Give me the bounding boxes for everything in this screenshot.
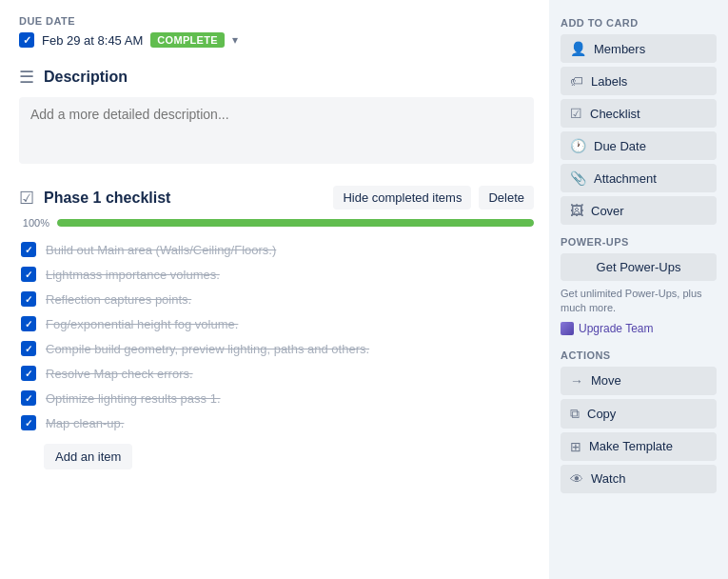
due-date-checkbox[interactable] xyxy=(19,32,34,48)
sidebar-icon-0: 👤 xyxy=(570,41,586,56)
sidebar-icon-3: 🕐 xyxy=(570,138,586,153)
sidebar-label-4: Attachment xyxy=(594,171,657,186)
add-item-button[interactable]: Add an item xyxy=(44,444,132,469)
action-label-0: Move xyxy=(591,373,621,388)
sidebar-icon-4: 📎 xyxy=(570,170,586,186)
action-icon-0: → xyxy=(570,373,583,389)
item-text-4: Compile build geometry, preview lighting… xyxy=(46,342,369,356)
powerups-desc: Get unlimited Power-Ups, plus much more. xyxy=(561,287,717,316)
actions-label: ACTIONS xyxy=(561,349,717,361)
upgrade-icon xyxy=(561,322,574,335)
actions-section: ACTIONS →Move⧉Copy⊞Make Template👁Watch xyxy=(561,349,717,493)
action-make-template-button[interactable]: ⊞Make Template xyxy=(561,432,717,461)
progress-label: 100% xyxy=(19,217,49,229)
checklist-item: Reflection captures points. xyxy=(19,288,534,310)
item-text-3: Fog/exponential height fog volume. xyxy=(46,317,238,331)
power-ups-label: POWER-UPS xyxy=(561,236,717,248)
add-to-card-buttons: 👤Members🏷Labels☑Checklist🕐Due Date📎Attac… xyxy=(561,34,717,225)
delete-button[interactable]: Delete xyxy=(479,186,534,210)
sidebar-icon-1: 🏷 xyxy=(570,73,583,89)
action-label-1: Copy xyxy=(587,407,616,421)
action-icon-3: 👁 xyxy=(570,471,583,487)
item-text-0: Build out Main area (Walls/Ceiling/Floor… xyxy=(46,243,276,257)
checklist-items: Build out Main area (Walls/Ceiling/Floor… xyxy=(19,238,534,434)
action-icon-2: ⊞ xyxy=(570,439,581,454)
item-text-1: Lightmass importance volumes. xyxy=(46,268,220,282)
item-checkbox-7[interactable] xyxy=(21,415,36,430)
item-text-5: Resolve Map check errors. xyxy=(46,367,193,381)
sidebar-label-2: Checklist xyxy=(590,107,640,121)
due-date-text: Feb 29 at 8:45 AM xyxy=(42,33,143,48)
main-panel: DUE DATE Feb 29 at 8:45 AM COMPLETE ▾ ☰ … xyxy=(0,0,549,579)
description-header: ☰ Description xyxy=(19,67,534,88)
progress-row: 100% xyxy=(19,217,534,229)
description-section: ☰ Description xyxy=(19,67,534,167)
progress-bar-bg xyxy=(57,219,534,227)
item-checkbox-4[interactable] xyxy=(21,341,36,356)
item-text-2: Reflection captures points. xyxy=(46,292,191,307)
item-checkbox-0[interactable] xyxy=(21,242,36,257)
description-title: Description xyxy=(44,69,128,86)
item-checkbox-5[interactable] xyxy=(21,366,36,381)
due-date-section: DUE DATE Feb 29 at 8:45 AM COMPLETE ▾ xyxy=(19,15,534,48)
upgrade-team-button[interactable]: Upgrade Team xyxy=(561,322,654,335)
checklist-item: Fog/exponential height fog volume. xyxy=(19,312,534,335)
sidebar-item-due-date[interactable]: 🕐Due Date xyxy=(561,131,717,160)
action-icon-1: ⧉ xyxy=(570,406,580,422)
item-checkbox-6[interactable] xyxy=(21,390,36,406)
due-date-row: Feb 29 at 8:45 AM COMPLETE ▾ xyxy=(19,32,534,48)
checklist-header: ☑ Phase 1 checklist Hide completed items… xyxy=(19,186,534,210)
sidebar-label-0: Members xyxy=(594,42,645,56)
checklist-section: ☑ Phase 1 checklist Hide completed items… xyxy=(19,186,534,469)
upgrade-label: Upgrade Team xyxy=(579,322,654,335)
item-text-6: Optimize lighting results pass 1. xyxy=(46,391,221,406)
sidebar-item-members[interactable]: 👤Members xyxy=(561,34,717,63)
description-icon: ☰ xyxy=(19,67,34,88)
checklist-item: Map clean-up. xyxy=(19,411,534,434)
complete-badge: COMPLETE xyxy=(150,32,225,48)
sidebar-item-checklist[interactable]: ☑Checklist xyxy=(561,99,717,128)
checklist-item: Build out Main area (Walls/Ceiling/Floor… xyxy=(19,238,534,261)
sidebar-label-5: Cover xyxy=(591,204,624,218)
action-copy-button[interactable]: ⧉Copy xyxy=(561,399,717,429)
sidebar-item-cover[interactable]: 🖼Cover xyxy=(561,196,717,225)
get-powerups-button[interactable]: Get Power-Ups xyxy=(561,253,717,281)
action-watch-button[interactable]: 👁Watch xyxy=(561,465,717,493)
sidebar-icon-2: ☑ xyxy=(570,106,582,121)
description-input[interactable] xyxy=(19,97,534,164)
power-ups-section: POWER-UPS Get Power-Ups Get unlimited Po… xyxy=(561,236,717,338)
hide-completed-button[interactable]: Hide completed items xyxy=(333,186,471,210)
sidebar-item-labels[interactable]: 🏷Labels xyxy=(561,67,717,95)
checklist-title: Phase 1 checklist xyxy=(44,190,325,207)
checklist-item: Lightmass importance volumes. xyxy=(19,263,534,286)
sidebar-icon-5: 🖼 xyxy=(570,203,583,218)
sidebar-item-attachment[interactable]: 📎Attachment xyxy=(561,164,717,192)
sidebar-label-3: Due Date xyxy=(594,139,646,153)
checklist-item: Resolve Map check errors. xyxy=(19,362,534,385)
checklist-item: Compile build geometry, preview lighting… xyxy=(19,337,534,360)
action-label-3: Watch xyxy=(591,471,625,486)
item-text-7: Map clean-up. xyxy=(46,416,124,430)
checklist-item: Optimize lighting results pass 1. xyxy=(19,387,534,409)
sidebar-label-1: Labels xyxy=(591,74,627,89)
add-to-card-label: ADD TO CARD xyxy=(561,17,717,29)
progress-bar-fill xyxy=(57,219,534,227)
action-buttons: →Move⧉Copy⊞Make Template👁Watch xyxy=(561,367,717,493)
item-checkbox-2[interactable] xyxy=(21,291,36,307)
item-checkbox-3[interactable] xyxy=(21,316,36,331)
action-move-button[interactable]: →Move xyxy=(561,367,717,395)
due-date-label: DUE DATE xyxy=(19,15,534,27)
action-label-2: Make Template xyxy=(589,439,673,453)
due-date-dropdown[interactable]: ▾ xyxy=(232,33,238,47)
checklist-icon: ☑ xyxy=(19,188,34,209)
item-checkbox-1[interactable] xyxy=(21,267,36,282)
sidebar: ADD TO CARD 👤Members🏷Labels☑Checklist🕐Du… xyxy=(549,0,728,579)
